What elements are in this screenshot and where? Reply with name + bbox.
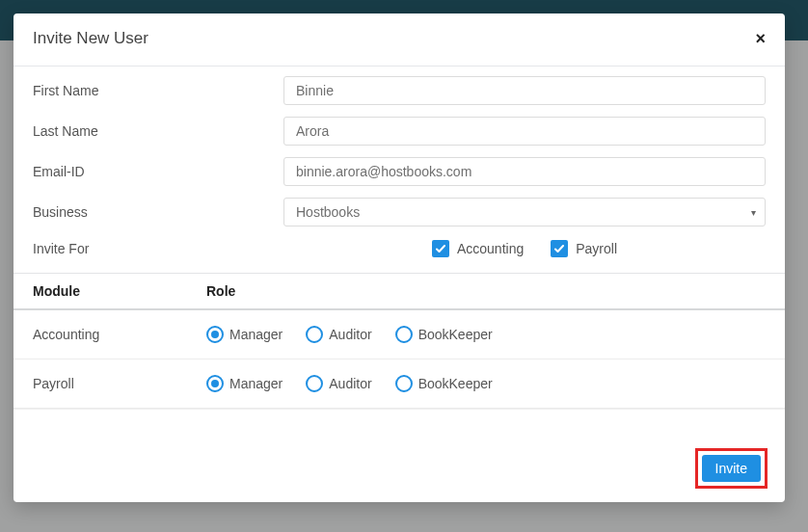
- modal-header: Invite New User ×: [13, 13, 785, 66]
- invite-button-highlight: Invite: [695, 448, 768, 489]
- email-input[interactable]: [283, 157, 766, 186]
- radio-accounting-bookkeeper[interactable]: BookKeeper: [395, 326, 493, 343]
- invite-for-payroll-checkbox[interactable]: Payroll: [551, 240, 617, 257]
- first-name-row: First Name: [13, 70, 785, 111]
- column-header-module: Module: [33, 283, 206, 299]
- radio-label: Auditor: [329, 376, 371, 391]
- first-name-label: First Name: [33, 83, 283, 98]
- radio-accounting-manager[interactable]: Manager: [206, 326, 283, 343]
- radio-selected-icon: [206, 326, 224, 343]
- business-select[interactable]: Hostbooks: [283, 198, 766, 226]
- radio-label: Manager: [229, 376, 283, 391]
- radio-payroll-manager[interactable]: Manager: [206, 375, 283, 392]
- roles-table-header: Module Role: [13, 274, 785, 310]
- column-header-role: Role: [206, 283, 766, 299]
- radio-accounting-auditor[interactable]: Auditor: [306, 326, 371, 343]
- role-options-payroll: Manager Auditor BookKeeper: [206, 375, 766, 392]
- checkbox-checked-icon: [432, 240, 449, 257]
- last-name-row: Last Name: [13, 111, 785, 151]
- modal-body: First Name Last Name Email-ID Business H…: [13, 66, 785, 502]
- invite-for-label: Invite For: [33, 241, 283, 256]
- radio-label: BookKeeper: [418, 376, 493, 391]
- radio-unselected-icon: [306, 375, 323, 392]
- invite-for-accounting-label: Accounting: [457, 241, 524, 256]
- checkbox-checked-icon: [551, 240, 568, 257]
- radio-unselected-icon: [395, 326, 413, 343]
- modal-footer: Invite: [13, 409, 785, 502]
- radio-unselected-icon: [395, 375, 413, 392]
- radio-payroll-bookkeeper[interactable]: BookKeeper: [395, 375, 493, 392]
- radio-payroll-auditor[interactable]: Auditor: [306, 375, 371, 392]
- last-name-input[interactable]: [283, 117, 766, 146]
- invite-user-modal: Invite New User × First Name Last Name E…: [13, 13, 785, 502]
- roles-table: Module Role Accounting Manager Auditor: [13, 273, 785, 409]
- first-name-input[interactable]: [283, 76, 766, 105]
- email-label: Email-ID: [33, 164, 283, 179]
- modal-title: Invite New User: [33, 29, 148, 48]
- table-row-accounting: Accounting Manager Auditor BookKeeper: [13, 310, 785, 359]
- invite-for-checkbox-group: Accounting Payroll: [283, 240, 766, 257]
- close-button[interactable]: ×: [755, 30, 766, 47]
- invite-for-payroll-label: Payroll: [576, 241, 617, 256]
- module-name-accounting: Accounting: [33, 327, 206, 342]
- email-row: Email-ID: [13, 151, 785, 192]
- table-row-payroll: Payroll Manager Auditor BookKeeper: [13, 359, 785, 409]
- invite-for-row: Invite For Accounting Payroll: [13, 232, 785, 269]
- radio-selected-icon: [206, 375, 224, 392]
- invite-for-accounting-checkbox[interactable]: Accounting: [432, 240, 524, 257]
- business-row: Business Hostbooks ▾: [13, 192, 785, 232]
- last-name-label: Last Name: [33, 123, 283, 139]
- radio-unselected-icon: [306, 326, 323, 343]
- radio-label: Auditor: [329, 327, 371, 342]
- radio-label: BookKeeper: [418, 327, 493, 342]
- role-options-accounting: Manager Auditor BookKeeper: [206, 326, 766, 343]
- module-name-payroll: Payroll: [33, 376, 206, 391]
- business-label: Business: [33, 204, 283, 220]
- radio-label: Manager: [229, 327, 283, 342]
- invite-button[interactable]: Invite: [702, 455, 761, 482]
